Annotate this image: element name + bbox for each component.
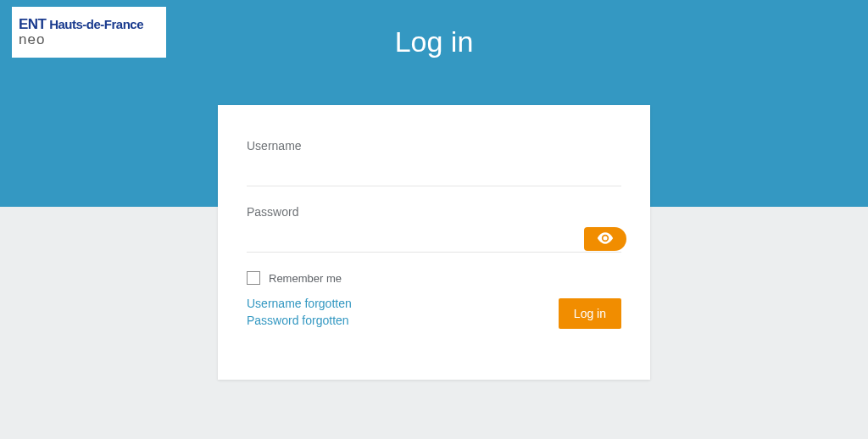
remember-label: Remember me — [269, 272, 342, 285]
login-button[interactable]: Log in — [559, 298, 621, 329]
username-input[interactable] — [247, 158, 621, 186]
password-group: Password — [247, 205, 621, 253]
remember-checkbox[interactable] — [247, 271, 260, 285]
forgot-password-link[interactable]: Password forgotten — [247, 314, 352, 327]
bottom-row: Username forgotten Password forgotten Lo… — [247, 297, 621, 329]
username-group: Username — [247, 139, 621, 186]
password-input[interactable] — [247, 224, 621, 253]
login-card: Username Password Remember me Username f… — [218, 105, 650, 380]
remember-row: Remember me — [247, 271, 621, 285]
page-title: Log in — [0, 25, 868, 58]
username-label: Username — [247, 139, 621, 153]
password-label: Password — [247, 205, 621, 219]
forgot-username-link[interactable]: Username forgotten — [247, 297, 352, 310]
toggle-password-button[interactable] — [584, 227, 626, 251]
eye-icon — [597, 232, 614, 247]
forgot-links: Username forgotten Password forgotten — [247, 297, 352, 327]
